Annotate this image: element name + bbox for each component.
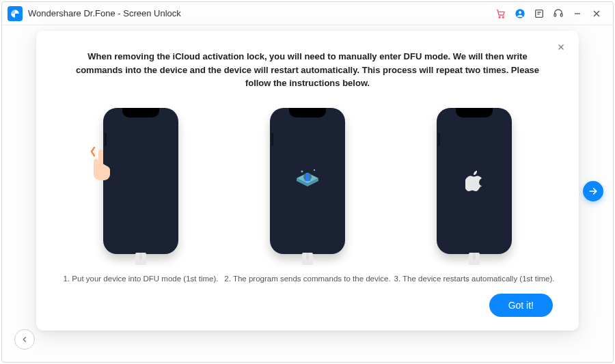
next-arrow-button[interactable] xyxy=(583,181,603,201)
feedback-icon[interactable] xyxy=(530,4,549,23)
step-2: 2. The program sends commands to the dev… xyxy=(236,108,379,283)
app-window: Wondershare Dr.Fone - Screen Unlock When… xyxy=(1,1,614,363)
package-download-icon xyxy=(291,165,324,197)
dfu-instructions-modal: When removing the iCloud activation lock… xyxy=(36,31,579,331)
svg-point-10 xyxy=(314,169,315,170)
svg-rect-6 xyxy=(560,14,562,16)
account-icon[interactable] xyxy=(510,4,530,23)
got-it-button[interactable]: Got it! xyxy=(489,294,553,317)
svg-point-1 xyxy=(502,16,504,18)
step-caption: 3. The device restarts automatically (1s… xyxy=(394,275,555,283)
svg-point-9 xyxy=(301,170,303,172)
cable-icon xyxy=(135,253,146,265)
cart-icon[interactable] xyxy=(491,4,510,23)
phone-illustration xyxy=(437,108,512,254)
instructions-text: When removing the iCloud activation lock… xyxy=(68,50,547,90)
app-title: Wondershare Dr.Fone - Screen Unlock xyxy=(28,8,181,18)
app-logo-icon xyxy=(8,6,23,21)
step-1: 1. Put your device into DFU mode (1st ti… xyxy=(69,108,213,283)
phone-illustration xyxy=(270,108,345,254)
support-icon[interactable] xyxy=(549,4,568,23)
svg-point-0 xyxy=(499,16,500,18)
svg-rect-5 xyxy=(554,14,556,16)
svg-rect-8 xyxy=(306,173,309,178)
cable-icon xyxy=(302,253,313,265)
apple-logo-icon xyxy=(465,171,483,191)
step-3: 3. The device restarts automatically (1s… xyxy=(402,108,546,283)
step-caption: 2. The program sends commands to the dev… xyxy=(224,275,390,283)
step-caption: 1. Put your device into DFU mode (1st ti… xyxy=(64,275,219,283)
titlebar: Wondershare Dr.Fone - Screen Unlock xyxy=(2,2,613,25)
hand-icon xyxy=(87,141,115,182)
svg-point-3 xyxy=(519,11,521,14)
steps-row: 1. Put your device into DFU mode (1st ti… xyxy=(65,108,550,283)
back-button[interactable] xyxy=(14,329,35,350)
close-window-button[interactable] xyxy=(587,4,606,23)
minimize-button[interactable] xyxy=(568,4,587,23)
close-icon[interactable] xyxy=(553,39,569,55)
cable-icon xyxy=(469,253,480,265)
